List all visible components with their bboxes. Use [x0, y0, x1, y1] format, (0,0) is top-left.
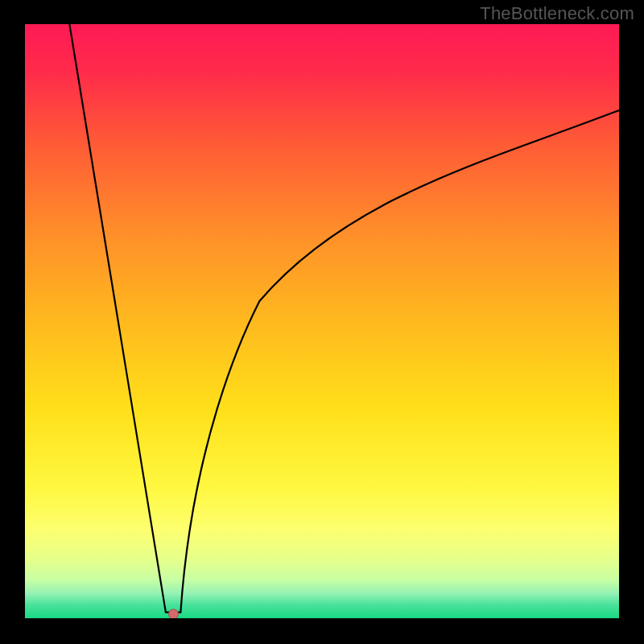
- curve-layer: [25, 24, 619, 618]
- watermark-text: TheBottleneck.com: [480, 3, 634, 24]
- optimum-marker: [169, 609, 179, 618]
- plot-area: [25, 24, 619, 618]
- bottleneck-curve: [69, 24, 619, 613]
